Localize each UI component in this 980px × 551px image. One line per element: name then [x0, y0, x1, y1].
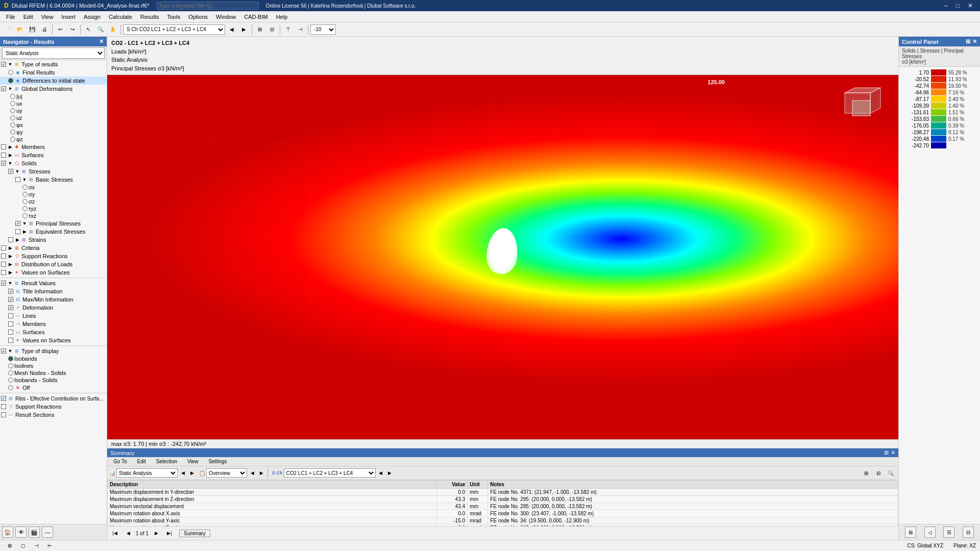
tab-selection[interactable]: Selection: [152, 458, 181, 465]
tree-phiz[interactable]: φz: [0, 136, 107, 143]
cp-btn-1[interactable]: ⊞: [905, 527, 916, 538]
page-last[interactable]: ▶|: [164, 528, 175, 539]
navigator-close-icon[interactable]: ✕: [99, 38, 104, 45]
page-next[interactable]: ▶: [151, 528, 162, 539]
nav-bottom-btn-1[interactable]: 🏠: [2, 527, 13, 538]
nav-bottom-btn-2[interactable]: 👁: [15, 527, 27, 538]
status-btn-1[interactable]: ⊞: [4, 540, 15, 552]
toolbar-save[interactable]: 💾: [27, 24, 38, 35]
analysis-select[interactable]: Static Analysis: [116, 468, 178, 478]
tree-equivalent[interactable]: ▶ ⊞ Equivalent Stresses: [0, 228, 107, 236]
check-basic-stresses[interactable]: [15, 177, 20, 182]
minimize-button[interactable]: –: [941, 2, 951, 9]
overview-select[interactable]: Overview: [206, 468, 247, 478]
check-deformation[interactable]: ✓: [8, 305, 13, 310]
tree-global-deformations[interactable]: ✓ ▼ ⊞ Global Deformations: [0, 85, 107, 93]
tree-principal-stresses[interactable]: ✓ ▼ ⊞ Principal Stresses: [0, 219, 107, 228]
radio-mesh-nodes[interactable]: [8, 370, 13, 375]
tree-strains[interactable]: ▶ ⊞ Strains: [0, 236, 107, 244]
tree-criteria[interactable]: ▶ ⊞ Criteria: [0, 244, 107, 252]
radio-sigx[interactable]: [22, 185, 28, 190]
tree-result-values[interactable]: ✓ ▼ ⊞ Result Values: [0, 279, 107, 287]
tree-surfaces[interactable]: ▶ ▭ Surfaces: [0, 151, 107, 159]
table-row[interactable]: Maximum displacement in Y-direction 0.0 …: [108, 489, 898, 496]
tree-result-sections[interactable]: — Result Sections: [0, 411, 107, 419]
tree-phix[interactable]: φx: [0, 121, 107, 129]
menu-calculate[interactable]: Calculate: [105, 13, 136, 21]
table-row[interactable]: Maximum rotation about X-axis 0.0 mrad F…: [108, 510, 898, 517]
tree-isobands[interactable]: Isobands: [0, 355, 107, 362]
radio-isobands-solids[interactable]: [8, 378, 13, 383]
overview-next[interactable]: ▶: [257, 469, 265, 477]
tree-maxmin-info[interactable]: ✓ ⊟ Max/Min Information: [0, 295, 107, 304]
status-btn-3[interactable]: ⊣: [31, 540, 42, 552]
tab-edit[interactable]: Edit: [133, 458, 150, 465]
tree-lines-result[interactable]: — Lines: [0, 312, 107, 320]
tree-support-bottom[interactable]: ▽ Support Reactions: [0, 403, 107, 411]
tree-final-results[interactable]: ◉ Final Results: [0, 68, 107, 77]
combo-next[interactable]: ▶: [386, 469, 394, 477]
check-type-of-results[interactable]: ✓: [1, 62, 6, 67]
tab-goto[interactable]: Go To: [109, 458, 131, 465]
check-support-bottom[interactable]: [1, 404, 6, 409]
check-maxmin-info[interactable]: ✓: [8, 297, 13, 302]
radio-isolines[interactable]: [8, 363, 13, 368]
radio-differences[interactable]: [8, 78, 13, 83]
tree-off[interactable]: ✕ Off: [0, 384, 107, 392]
tree-sigx[interactable]: σx: [0, 184, 107, 191]
table-row[interactable]: Maximum displacement in Z-direction 43.3…: [108, 496, 898, 503]
check-ribs[interactable]: ✓: [1, 396, 6, 401]
tree-title-info[interactable]: ✓ ⊟ Title Information: [0, 287, 107, 295]
toolbar-view-front[interactable]: ⊣: [295, 24, 306, 35]
menu-view[interactable]: View: [37, 13, 58, 21]
table-row[interactable]: Maximum rotation about Y-axis -15.0 mrad…: [108, 517, 898, 524]
maximize-button[interactable]: □: [953, 2, 963, 9]
radio-sigy[interactable]: [22, 192, 28, 197]
toolbar-print[interactable]: 🖨: [39, 24, 50, 35]
expand-result-values[interactable]: ▼: [7, 281, 13, 286]
tree-values-surfaces-result[interactable]: ✳ Values on Surfaces: [0, 336, 107, 344]
radio-uz[interactable]: [10, 115, 15, 120]
viewport-3d[interactable]: 125.00: [107, 75, 898, 439]
tree-uz[interactable]: uz: [0, 114, 107, 121]
toolbar-prev-combo[interactable]: ◀: [226, 24, 237, 35]
tree-tauyz[interactable]: τyz: [0, 205, 107, 212]
expand-principal[interactable]: ▼: [21, 221, 28, 226]
tree-basic-stresses[interactable]: ▼ ⊞ Basic Stresses: [0, 176, 107, 184]
toolbar-wireframe[interactable]: ⊟: [266, 24, 278, 35]
nav-bottom-btn-4[interactable]: —: [42, 527, 53, 538]
navigator-mode-select[interactable]: Static Analysis: [2, 47, 105, 59]
tree-values-surfaces[interactable]: ▶ ✳ Values on Surfaces: [0, 268, 107, 277]
tab-settings[interactable]: Settings: [204, 458, 231, 465]
radio-phiy[interactable]: [10, 130, 15, 135]
toolbar-render[interactable]: ⊞: [254, 24, 265, 35]
expand-type-of-results[interactable]: ▼: [7, 62, 13, 67]
sum-tool-2[interactable]: ⊟: [873, 467, 884, 479]
page-prev[interactable]: ◀: [122, 528, 134, 539]
tree-ribs[interactable]: ✓ ⊞ Ribs - Effective Contribution on Sur…: [0, 394, 107, 403]
tree-type-of-results[interactable]: ✓ ▼ ⊞ Type of results: [0, 60, 107, 68]
menu-assign[interactable]: Assign: [80, 13, 105, 21]
menu-help[interactable]: Help: [272, 13, 292, 21]
expand-solids[interactable]: ▼: [7, 161, 13, 166]
toolbar-zoom-level[interactable]: -10: [310, 24, 336, 35]
tree-support-reactions[interactable]: ▶ ▽ Support Reactions: [0, 252, 107, 260]
combo-prev[interactable]: ◀: [377, 469, 385, 477]
search-input[interactable]: [157, 2, 259, 10]
radio-phiz[interactable]: [10, 137, 15, 142]
overview-prev[interactable]: ◀: [248, 469, 256, 477]
tree-stresses[interactable]: ✓ ▼ ⊞ Stresses: [0, 167, 107, 176]
cp-btn-2[interactable]: ◁: [924, 527, 936, 538]
tree-members-result[interactable]: ⊣ Members: [0, 320, 107, 328]
check-surfaces[interactable]: [1, 153, 6, 158]
status-btn-2[interactable]: ◻: [17, 540, 29, 552]
check-stresses[interactable]: ✓: [8, 169, 13, 174]
check-distribution[interactable]: [1, 262, 6, 267]
analysis-next[interactable]: ▶: [188, 469, 196, 477]
check-values-surfaces-result[interactable]: [8, 338, 13, 343]
tree-mesh-nodes-solids[interactable]: Mesh Nodes - Solids: [0, 369, 107, 377]
radio-tauxz[interactable]: [22, 213, 28, 218]
check-members-result[interactable]: [8, 321, 13, 327]
expand-criteria[interactable]: ▶: [7, 245, 13, 251]
expand-surfaces[interactable]: ▶: [7, 153, 13, 158]
